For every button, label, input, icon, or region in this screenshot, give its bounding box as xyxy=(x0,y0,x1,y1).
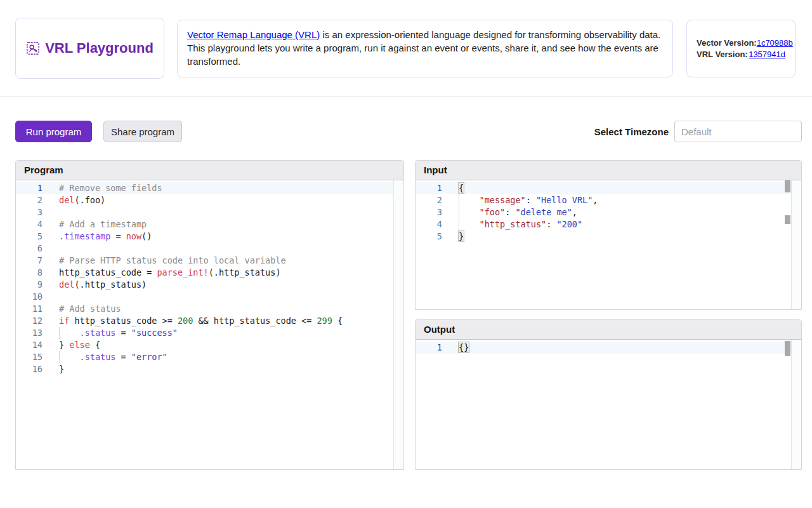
output-editor[interactable]: 1{} xyxy=(416,340,801,469)
timezone-input[interactable] xyxy=(674,121,802,142)
line-number: 4 xyxy=(16,218,59,231)
code-token: "error" xyxy=(131,352,167,362)
code-token: (.http_status) xyxy=(74,279,147,290)
line-number: 3 xyxy=(16,206,59,218)
code-token: : xyxy=(526,195,536,205)
vector-version-row: Vector Version: 1c70988b xyxy=(697,38,785,48)
code-token: = xyxy=(110,231,126,241)
code-token: # Add a timestamp xyxy=(59,219,147,229)
code-line[interactable]: 1# Remove some fields xyxy=(16,182,403,194)
code-token: # Remove some fields xyxy=(59,183,162,193)
code-lines: 1# Remove some fields2del(.foo)34# Add a… xyxy=(16,180,403,375)
code-line[interactable]: 1{ xyxy=(416,182,801,194)
line-number: 1 xyxy=(416,342,459,354)
code-token: , xyxy=(572,207,577,217)
code-token: (.foo) xyxy=(74,195,105,205)
code-token: # Add status xyxy=(59,304,121,314)
line-number: 5 xyxy=(16,231,59,243)
code-line[interactable]: 4# Add a timestamp xyxy=(16,218,403,231)
code-token xyxy=(59,328,80,338)
code-line[interactable]: 5.timestamp = now() xyxy=(16,231,403,243)
code-token: .status xyxy=(80,352,116,362)
code-line[interactable]: 11# Add status xyxy=(16,303,403,315)
line-number: 16 xyxy=(16,363,59,375)
code-line[interactable]: 16} xyxy=(16,363,403,375)
share-program-button[interactable]: Share program xyxy=(103,121,182,142)
vrl-version-row: VRL Version: 1357941d xyxy=(697,50,785,59)
code-token: http_status_code = xyxy=(59,267,157,277)
code-token: 299 xyxy=(317,316,332,326)
code-token xyxy=(459,207,480,217)
code-line[interactable]: 3 "foo": "delete me", xyxy=(416,206,801,218)
code-line[interactable]: 9del(.http_status) xyxy=(16,279,403,291)
code-token: else xyxy=(69,340,90,350)
app-title: VRL Playground xyxy=(45,40,154,57)
input-editor[interactable]: 1{2 "message": "Hello VRL",3 "foo": "del… xyxy=(416,180,801,309)
line-number: 12 xyxy=(16,315,59,327)
code-line[interactable]: 2 "message": "Hello VRL", xyxy=(416,194,801,206)
input-scrollbar-marker[interactable] xyxy=(785,215,790,224)
code-token: } xyxy=(459,231,464,241)
code-token: "message" xyxy=(480,195,526,205)
code-token xyxy=(459,219,480,229)
logo-card: VRL Playground xyxy=(15,18,164,79)
line-number: 7 xyxy=(16,255,59,267)
program-panel: Program 1# Remove some fields2del(.foo)3… xyxy=(15,160,404,470)
code-token: : xyxy=(546,219,556,229)
code-line[interactable]: 15 .status = "error" xyxy=(16,351,403,363)
code-line[interactable]: 14} else { xyxy=(16,339,403,351)
code-line[interactable]: 1{} xyxy=(416,342,801,354)
code-token: del xyxy=(59,279,74,290)
program-editor[interactable]: 1# Remove some fields2del(.foo)34# Add a… xyxy=(16,180,403,469)
code-token: "Hello VRL" xyxy=(536,195,593,205)
code-line[interactable]: 7# Parse HTTP status code into local var… xyxy=(16,255,403,267)
code-token: .timestamp xyxy=(59,231,110,241)
line-number: 2 xyxy=(16,194,59,206)
description-card: Vector Remap Language (VRL) is an expres… xyxy=(177,20,673,77)
code-line[interactable]: 12if http_status_code >= 200 && http_sta… xyxy=(16,315,403,327)
code-token xyxy=(59,352,80,362)
vrl-docs-link[interactable]: Vector Remap Language (VRL) xyxy=(187,29,320,40)
code-token: (.http_status) xyxy=(209,267,281,277)
code-token: = xyxy=(115,328,131,338)
code-token: = xyxy=(115,352,131,362)
input-panel: Input 1{2 "message": "Hello VRL",3 "foo"… xyxy=(415,160,802,310)
line-number: 2 xyxy=(416,194,459,206)
line-number: 3 xyxy=(416,206,459,218)
code-token: .status xyxy=(80,328,116,338)
line-number: 10 xyxy=(16,291,59,303)
code-line[interactable]: 4 "http_status": "200" xyxy=(416,218,801,231)
code-line[interactable]: 6 xyxy=(16,243,403,255)
line-number: 4 xyxy=(416,218,459,231)
code-token: : xyxy=(505,207,515,217)
code-line[interactable]: 10 xyxy=(16,291,403,303)
line-number: 11 xyxy=(16,303,59,315)
code-line[interactable]: 13 .status = "success" xyxy=(16,327,403,339)
code-token: { xyxy=(90,340,100,350)
vrl-version-link[interactable]: 1357941d xyxy=(749,50,785,59)
code-token: "200" xyxy=(556,219,582,229)
stamp-icon xyxy=(26,41,40,55)
code-token: del xyxy=(59,195,74,205)
output-panel: Output 1{} xyxy=(415,319,802,470)
code-line[interactable]: 3 xyxy=(16,206,403,218)
input-scrollbar-thumb[interactable] xyxy=(785,180,790,192)
code-token: () xyxy=(141,231,152,241)
code-line[interactable]: 5} xyxy=(416,231,801,243)
code-token: parse_int! xyxy=(157,267,208,277)
code-line[interactable]: 8http_status_code = parse_int!(.http_sta… xyxy=(16,267,403,279)
output-scrollbar-thumb[interactable] xyxy=(785,341,790,356)
code-token: && http_status_code <= xyxy=(193,316,317,326)
line-number: 1 xyxy=(416,182,459,194)
code-line[interactable]: 2del(.foo) xyxy=(16,194,403,206)
line-number: 1 xyxy=(16,182,59,194)
timezone-label: Select Timezone xyxy=(594,126,669,137)
code-token: } xyxy=(59,340,69,350)
line-number: 9 xyxy=(16,279,59,291)
code-token: "foo" xyxy=(480,207,506,217)
line-number: 14 xyxy=(16,339,59,351)
vector-version-link[interactable]: 1c70988b xyxy=(757,38,793,48)
code-token: , xyxy=(593,195,598,205)
code-token: } xyxy=(59,364,64,374)
run-program-button[interactable]: Run program xyxy=(15,121,92,142)
